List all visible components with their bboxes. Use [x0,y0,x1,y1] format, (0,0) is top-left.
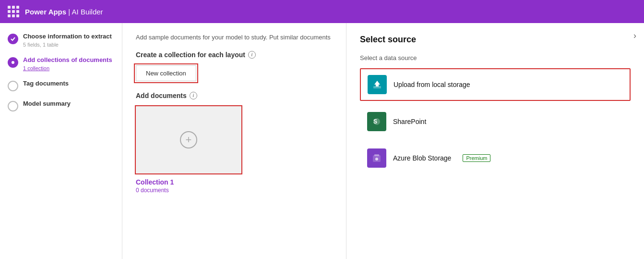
step-content-choose-info: Choose information to extract 5 fields, … [23,33,112,48]
blob-icon-box [367,148,386,168]
add-documents-section: Add documents i [136,92,333,99]
panel-close-button[interactable]: › [633,31,636,41]
create-collection-label: Create a collection for each layout [136,51,245,59]
step-indicator-active [8,57,18,68]
svg-marker-2 [374,81,380,86]
step-indicator-inactive-summary [8,101,18,111]
source-option-azure-blob[interactable]: Azure Blob Storage Premium [360,142,631,174]
source-option-local-storage[interactable]: Upload from local storage [360,68,631,101]
step-subtitle-add-collections[interactable]: 1 collection [23,65,112,71]
svg-text:S: S [373,118,377,125]
collection-upload-box[interactable]: + [136,106,241,173]
add-document-plus-icon: + [180,131,197,148]
premium-badge: Premium [463,154,490,162]
sidebar-step-tag-documents: Tag documents [8,80,114,91]
source-option-sharepoint[interactable]: S SharePoint [360,106,631,137]
waffle-icon[interactable] [8,6,19,17]
sidebar-step-model-summary: Model summary [8,100,114,111]
step-indicator-completed [8,34,18,44]
new-collection-button[interactable]: New collection [136,65,196,81]
step-subtitle-choose-info: 5 fields, 1 table [23,42,112,48]
app-header: Power Apps | AI Builder [0,0,644,23]
sharepoint-icon-box: S [367,112,386,131]
step-title-model-summary[interactable]: Model summary [23,100,71,108]
header-title: Power Apps | AI Builder [25,8,103,16]
collection-name: Collection 1 [136,178,241,186]
collection-count: 0 documents [136,187,241,194]
step-indicator-inactive-tag [8,81,18,91]
main-layout: Choose information to extract 5 fields, … [0,23,644,259]
svg-point-0 [12,61,14,64]
step-title-add-collections[interactable]: Add collections of documents [23,56,112,64]
sidebar-step-choose-info: Choose information to extract 5 fields, … [8,33,114,48]
step-title-choose-info[interactable]: Choose information to extract [23,33,112,41]
source-name-azure-blob: Azure Blob Storage [393,154,451,162]
sidebar-step-add-collections: Add collections of documents 1 collectio… [8,56,114,71]
source-name-sharepoint: SharePoint [393,118,426,125]
step-content-model-summary: Model summary [23,100,71,108]
collection-card: + Collection 1 0 documents [136,106,241,194]
content-area: Add sample documents for your model to s… [122,23,346,259]
panel-title: Select source [360,35,631,45]
sidebar: Choose information to extract 5 fields, … [0,23,122,259]
step-content-add-collections: Add collections of documents 1 collectio… [23,56,112,71]
svg-rect-6 [374,154,379,156]
content-subtitle: Add sample documents for your model to s… [136,33,333,42]
create-collection-info-icon[interactable]: i [248,51,256,59]
step-content-tag-documents: Tag documents [23,80,69,88]
add-documents-label: Add documents [136,92,187,99]
right-panel: › Select source Select a data source Upl… [346,23,644,259]
add-documents-info-icon[interactable]: i [190,92,197,99]
step-title-tag-documents[interactable]: Tag documents [23,80,69,88]
svg-point-7 [375,158,378,160]
create-collection-section: Create a collection for each layout i [136,51,333,59]
data-source-label: Select a data source [360,54,631,62]
source-name-local-storage: Upload from local storage [394,81,470,88]
upload-icon-box [368,75,387,94]
